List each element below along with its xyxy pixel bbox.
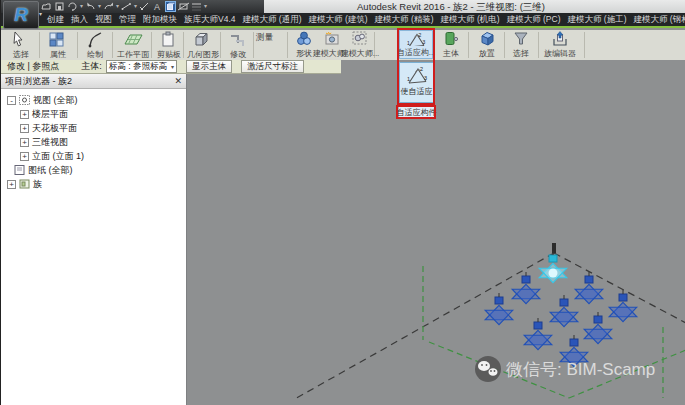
tree-item-views[interactable]: - 视图 (全部) [1,93,186,107]
shapes-icon [295,30,313,47]
host-label: 主体: [81,60,102,73]
tree-item-label: 立面 (立面 1) [32,150,84,163]
default-3d-view-icon[interactable] [165,1,176,12]
tab-view[interactable]: 视图 [95,14,112,26]
undo-caret-icon[interactable]: ▾ [98,1,101,12]
filter-select-button[interactable]: 选择 [507,30,535,59]
panel-label-modify: 修改 [222,49,254,60]
bim-master-button-2[interactable]: 建模大师... [346,30,374,59]
panel-label-clipboard: 剪贴板 [153,49,185,60]
tab-addins[interactable]: 附加模块 [143,14,177,26]
panel-label-draw: 绘制 [79,49,111,60]
tree-item-sheets[interactable]: 图纸 (全部) [1,163,186,177]
sync-icon[interactable] [67,1,78,12]
open-icon[interactable] [41,1,52,12]
place-icon [478,30,496,47]
options-bar: 修改 | 参照点 主体: 标高 : 参照标高 ▾ 显示主体 激活尺寸标注 [1,60,341,74]
tab-family-lib-master[interactable]: 族库大师V4.4 [184,14,236,26]
family-editor-load-button[interactable]: 族编辑器 [541,30,579,59]
adaptive-component[interactable] [512,272,540,304]
panel-separator [584,32,585,58]
tree-item-label: 视图 (全部) [33,94,78,107]
adaptive-component-button[interactable]: 123 自适应构... [399,30,433,59]
host-select[interactable]: 标高 : 参照标高 ▾ [106,60,177,73]
tab-bim-master-arch[interactable]: 建模大师 (建筑) [309,14,368,26]
place-button[interactable]: 放置 [472,30,502,59]
svg-text:1: 1 [407,40,410,46]
measure-icon[interactable] [121,1,132,12]
host-icon [442,30,460,47]
application-menu-caret-icon[interactable]: ▾ [39,10,42,17]
adaptive-component[interactable] [524,318,552,350]
tab-bim-master-general[interactable]: 建模大师 (通用) [243,14,302,26]
show-host-button[interactable]: 显示主体 [186,60,232,73]
tab-bim-master-steel[interactable]: 建模大师 (钢构) [634,14,685,26]
tree-item-label: 三维视图 [32,136,68,149]
panel-separator [220,32,221,58]
save-icon[interactable] [54,1,65,12]
expander-icon[interactable]: + [20,124,29,133]
tab-manage[interactable]: 管理 [119,14,136,26]
panel-separator [151,32,152,58]
qat-customize-caret-icon[interactable]: ▾ [204,1,207,12]
adaptive-component[interactable] [550,295,578,327]
text-icon[interactable]: A [152,1,163,12]
close-icon[interactable]: ✕ [174,76,182,86]
tab-bim-master-decoration[interactable]: 建模大师 (精装) [375,14,434,26]
adaptive-icon: 123 [406,31,426,46]
bim-master-select-icon [351,30,369,47]
sync-caret-icon[interactable]: ▾ [80,1,83,12]
dimension-icon[interactable] [139,1,150,12]
ribbon: 选择 属性 绘制 工作平面 剪贴板 几何图形 修改 测量 形状 建模大师... [1,30,685,62]
tab-bim-master-pc[interactable]: 建模大师 (PC) [507,14,561,26]
tree-item-elevations[interactable]: + 立面 (立面 1) [1,149,186,163]
expander-icon[interactable]: - [7,96,16,105]
redo-caret-icon[interactable]: ▾ [116,1,119,12]
adaptive-icon: 123 [406,65,428,85]
tree-item-families[interactable]: + 族 [1,177,186,191]
panel-separator [183,32,184,58]
tab-create[interactable]: 创建 [47,14,64,26]
panel-separator [504,32,505,58]
undo-icon[interactable] [85,1,96,12]
measure-caret-icon[interactable]: ▾ [134,1,137,12]
tab-bim-master-construction[interactable]: 建模大师 (施工) [567,14,626,26]
project-browser-titlebar[interactable]: 项目浏览器 - 族2 ✕ [1,74,186,89]
tree-item-label: 楼层平面 [32,108,68,121]
application-menu-button[interactable]: R [3,1,39,29]
host-select-value: 标高 : 参照标高 [109,61,167,73]
tab-insert[interactable]: 插入 [71,14,88,26]
filter-icon [512,30,530,47]
title-bar: ▾ ▾ ▾ ▾ A ▾ Autodesk Revit 2016 - 族2 - 三… [1,0,685,13]
expander-icon[interactable]: + [7,180,16,189]
tree-item-floorplans[interactable]: + 楼层平面 [1,107,186,121]
expander-icon[interactable]: + [20,138,29,147]
tree-item-ceilingplans[interactable]: + 天花板平面 [1,121,186,135]
adaptive-component[interactable] [584,312,612,344]
section-icon[interactable] [178,1,189,12]
expander-icon[interactable]: + [20,110,29,119]
make-adaptive-label: 使自适应 [401,86,433,97]
adaptive-component-highlighted[interactable] [539,251,567,283]
tree-item-3dviews[interactable]: + 三维视图 [1,135,186,149]
panel-separator [538,32,539,58]
redo-icon[interactable] [103,1,114,12]
panel-label-geometry: 几何图形 [185,49,221,60]
svg-text:1: 1 [407,76,410,82]
expander-icon[interactable]: + [20,152,29,161]
activate-dimensions-button[interactable]: 激活尺寸标注 [241,60,304,73]
adaptive-component[interactable] [485,293,513,325]
svg-text:2: 2 [419,32,422,38]
panel-label-measure: 测量 [256,32,273,44]
thin-lines-icon[interactable] [191,1,202,12]
ribbon-tab-bar: 创建 插入 视图 管理 附加模块 族库大师V4.4 建模大师 (通用) 建模大师… [1,13,685,28]
views-icon [19,95,30,105]
watermark-text: 微信号: BIM-Scamp [506,360,655,379]
tree-item-label: 族 [33,178,42,191]
tab-bim-master-mep[interactable]: 建模大师 (机电) [441,14,500,26]
host-button[interactable]: 主体 [437,30,465,59]
panel-separator [287,32,288,58]
make-adaptive-menu-item[interactable]: 123 使自适应 [399,62,434,103]
panel-separator [112,32,113,58]
sheet-icon [14,165,25,175]
